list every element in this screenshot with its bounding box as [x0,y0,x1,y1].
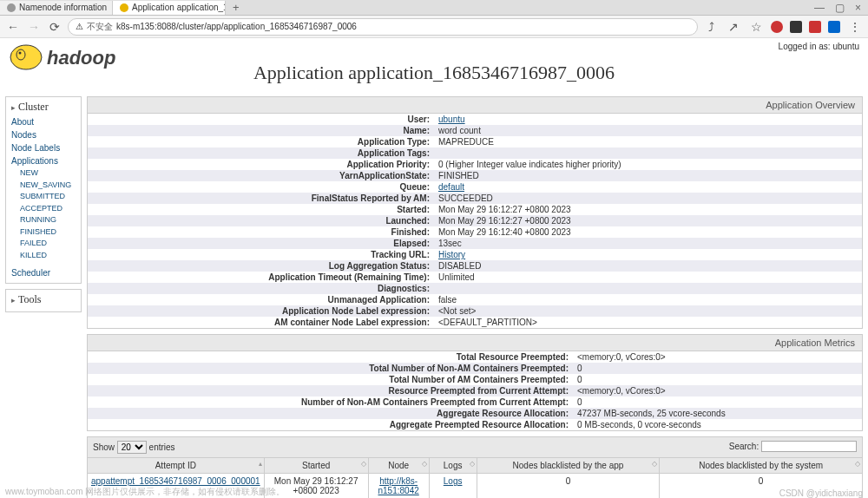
kv-row: Unmanaged Application:false [88,294,862,305]
sidebar-link-about[interactable]: About [11,115,76,128]
sidebar-cluster-box: Cluster About Nodes Node Labels Applicat… [5,96,82,284]
sidebar-heading-tools[interactable]: Tools [11,293,76,306]
attempt-id-link[interactable]: appattempt_1685346716987_0006_000001 [91,476,260,486]
tab-favicon [120,3,128,12]
kv-value[interactable]: default [435,182,464,192]
sidebar-heading-cluster[interactable]: Cluster [11,101,76,114]
security-label: 不安全 [87,21,113,33]
logs-link[interactable]: Logs [444,476,463,486]
kv-row: Log Aggregation Status:DISABLED [88,260,862,272]
kv-label: Name: [88,126,435,135]
kv-row: Tracking URL:History [88,249,862,260]
kv-row: Diagnostics: [88,283,862,294]
new-tab-button[interactable]: + [226,1,247,14]
kv-row: Aggregate Resource Allocation:47237 MB-s… [88,408,862,419]
kv-row: Queue:default [88,181,862,193]
svg-point-0 [10,45,42,69]
kv-row: Started:Mon May 29 16:12:27 +0800 2023 [88,204,862,215]
hadoop-logo: hadoop [7,42,141,75]
kv-value: <DEFAULT_PARTITION> [435,318,537,327]
th-node[interactable]: Node◇ [368,458,429,474]
extension-icon[interactable] [809,21,821,33]
sidebar-link-state-newsaving[interactable]: NEW_SAVING [20,180,76,192]
kv-row: YarnApplicationState:FINISHED [88,170,862,181]
th-started[interactable]: Started◇ [264,458,368,474]
kv-value: DISABLED [435,261,481,271]
kv-label: Total Number of AM Containers Preempted: [88,375,574,384]
search-input[interactable] [761,441,857,452]
sidebar-link-scheduler[interactable]: Scheduler [11,266,76,279]
kv-row: Total Number of Non-AM Containers Preemp… [88,363,862,374]
kv-value[interactable]: ubuntu [435,115,465,124]
kv-label: Elapsed: [88,239,435,248]
kv-value: MAPREDUCE [435,137,494,147]
sidebar-link-nodes[interactable]: Nodes [11,128,76,141]
kv-value: 0 MB-seconds, 0 vcore-seconds [574,420,701,429]
kv-value: Mon May 29 16:12:27 +0800 2023 [435,216,571,226]
browser-tab[interactable]: Namenode information × [0,1,113,15]
overview-panel: Application Overview User:ubuntuName:wor… [87,96,863,329]
th-bl-app[interactable]: Nodes blacklisted by the app◇ [477,458,660,474]
th-bl-sys[interactable]: Nodes blacklisted by the system◇ [660,458,863,474]
entries-select[interactable]: 20 [117,441,147,454]
tab-favicon [7,3,16,12]
kv-label: AM container Node Label expression: [88,318,435,327]
sort-icon: ◇ [652,460,657,468]
svg-text:hadoop: hadoop [47,47,115,69]
th-logs[interactable]: Logs◇ [429,458,477,474]
kv-label: Finished: [88,227,435,237]
star-icon[interactable]: ☆ [748,19,764,35]
kv-value: SUCCEEDED [435,193,493,203]
sidebar-link-state-finished[interactable]: FINISHED [20,226,76,239]
kv-label: Number of Non-AM Containers Preempted fr… [88,397,574,407]
sidebar-link-state-killed[interactable]: KILLED [20,250,76,262]
kv-label: Total Number of Non-AM Containers Preemp… [88,364,574,373]
sidebar-link-state-running[interactable]: RUNNING [20,214,76,226]
kv-value: 0 [574,397,582,407]
sidebar-link-node-labels[interactable]: Node Labels [11,141,76,154]
reload-button[interactable]: ⟳ [47,19,62,35]
menu-icon[interactable]: ⋮ [847,19,863,35]
kv-row: Application Priority:0 (Higher Integer v… [88,159,862,170]
kv-row: Elapsed:13sec [88,238,862,249]
kv-row: Application Type:MAPREDUCE [88,136,862,147]
show-label: Show [93,442,115,452]
sidebar-link-state-accepted[interactable]: ACCEPTED [20,203,76,215]
kv-label: Launched: [88,216,435,226]
sidebar-link-state-new[interactable]: NEW [20,167,76,180]
forward-button[interactable]: → [26,19,42,35]
sidebar-tools-box: Tools [5,289,82,312]
extension-icon[interactable] [790,21,802,33]
address-bar[interactable]: ⚠ 不安全 k8s-m135:8088/cluster/app/applicat… [68,18,698,36]
node-link[interactable]: http://k8s-n151:8042 [378,476,419,495]
kv-label: Aggregate Resource Allocation: [88,409,574,418]
kv-label: YarnApplicationState: [88,171,435,180]
kv-row: Application Timeout (Remaining Time):Unl… [88,272,862,283]
extension-icon[interactable] [771,21,783,33]
kv-value[interactable]: History [435,250,465,259]
back-button[interactable]: ← [5,19,21,35]
share-icon[interactable]: ⤴ [703,19,719,35]
sidebar-link-state-failed[interactable]: FAILED [20,238,76,250]
th-attempt-id[interactable]: Attempt ID▴ [88,458,265,474]
kv-row: FinalStatus Reported by AM:SUCCEEDED [88,193,862,204]
sort-icon: ◇ [470,460,475,468]
extension-icon[interactable] [828,21,840,33]
kv-value: 0 (Higher Integer value indicates higher… [435,160,621,169]
sidebar-link-state-submitted[interactable]: SUBMITTED [20,191,76,203]
kv-row: Aggregate Preempted Resource Allocation:… [88,419,862,430]
metrics-panel: Application Metrics Total Resource Preem… [87,334,863,431]
sidebar-link-applications[interactable]: Applications [11,154,76,167]
maximize-icon[interactable]: ▢ [835,2,845,14]
close-window-icon[interactable]: × [855,2,861,14]
browser-tab-active[interactable]: Application application_16... × [113,1,226,15]
kv-row: Total Resource Preempted:<memory:0, vCor… [88,351,862,363]
insecure-icon: ⚠ [76,22,83,31]
kv-label: FinalStatus Reported by AM: [88,193,435,203]
browser-tab-strip: Namenode information × Application appli… [0,0,868,16]
share-icon[interactable]: ↗ [726,19,741,35]
main-content: Application Overview User:ubuntuName:wor… [87,96,863,498]
minimize-icon[interactable]: — [814,2,825,14]
sort-icon: ▴ [259,460,262,468]
kv-value: <memory:0, vCores:0> [574,386,666,396]
